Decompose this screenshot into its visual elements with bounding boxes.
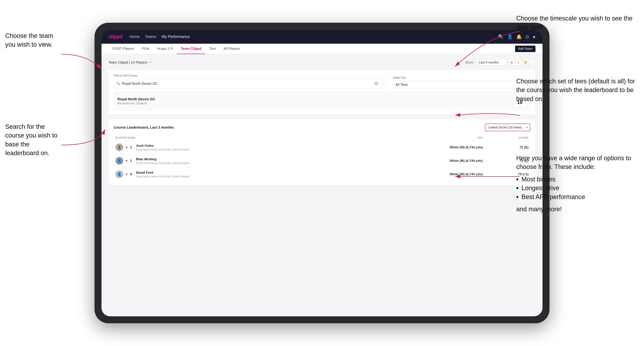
player-avatar: 👤 xyxy=(116,170,123,178)
sub-nav: PGAT Players PGA Hcaps 1-5 Team Clippd T… xyxy=(102,44,542,54)
course-info: Royal North Devon GC Westward Ho!, Engla… xyxy=(118,97,155,105)
nav-home[interactable]: Home xyxy=(129,34,140,39)
course-result: Royal North Devon GC Westward Ho!, Engla… xyxy=(114,92,530,110)
person-icon[interactable]: 👤 xyxy=(507,34,513,39)
course-location: Westward Ho!, England xyxy=(118,102,155,105)
show-label: Show: xyxy=(465,61,474,64)
table-row: 👤 ♥ 1 Josh Coles Royal North Devon Golf … xyxy=(114,141,530,154)
leaderboard-header: Course Leaderboard, Last 3 months Lowest… xyxy=(114,124,530,131)
player-name-cell: Josh Coles Royal North Devon Golf Club, … xyxy=(136,144,190,151)
heart-icon[interactable]: ♥ xyxy=(126,173,128,176)
player-rank: 1 xyxy=(130,159,134,163)
app-logo: clippd xyxy=(108,34,122,39)
settings-icon[interactable]: ⊙ xyxy=(525,34,529,39)
player-score: 72 (E) xyxy=(484,141,530,154)
bell-icon[interactable]: 🔔 xyxy=(516,34,522,39)
account-icon[interactable]: ● xyxy=(533,34,536,39)
annotation-tees: Choose which set of tees (default is all… xyxy=(516,77,635,103)
player-tee: White (M) (6,744 yds) xyxy=(366,141,484,154)
player-name-cell: Blair McHarg Royal North Devon Golf Club… xyxy=(136,157,190,165)
col-tee: TEE xyxy=(366,135,484,141)
table-row: 👤 ♥ 1 Blair McHarg Royal North Devon Gol… xyxy=(114,154,530,168)
player-name: Josh Coles xyxy=(136,144,190,148)
heart-icon[interactable]: ♥ xyxy=(126,146,128,149)
search-section: Find a Golf Course 🔍 ✕ ☆ Select Tee Al xyxy=(108,70,536,115)
download-button[interactable]: ↓ xyxy=(530,59,536,65)
annotation-team: Choose the team you wish to view. xyxy=(5,31,61,49)
course-search-input-wrapper: 🔍 ✕ ☆ xyxy=(114,79,388,88)
nav-my-performance[interactable]: My Performance xyxy=(162,34,190,39)
col-player: PLAYER NAME xyxy=(114,135,366,141)
bullet-drive: Longest drive xyxy=(522,184,635,192)
course-search-input[interactable] xyxy=(122,82,372,86)
bullet-app: Best APP performance xyxy=(522,192,635,201)
edit-team-icon[interactable]: ✏ xyxy=(150,60,152,64)
favorite-button[interactable]: ☆ xyxy=(380,81,386,86)
course-name: Royal North Devon GC xyxy=(118,97,155,101)
bullet-birdies: Most birdies xyxy=(522,175,635,184)
team-header: Team Clippd | 14 Players ✏ Show: Last 3 … xyxy=(108,59,536,65)
subnav-pgat[interactable]: PGAT Players xyxy=(108,44,138,54)
search-row: Find a Golf Course 🔍 ✕ ☆ Select Tee Al xyxy=(114,74,530,88)
ann5-footer: and many more! xyxy=(516,205,562,213)
score-type-wrapper: Lowest Score (18 holes) Most Birdies Lon… xyxy=(485,124,530,131)
course-search-group: Find a Golf Course 🔍 ✕ ☆ xyxy=(114,74,388,88)
heart-icon[interactable]: ♥ xyxy=(126,159,128,163)
subnav-all-players[interactable]: All Players xyxy=(220,44,244,54)
view-icons: ⊞ ≡ 🏆 ↓ xyxy=(508,59,536,65)
nav-icons: 🔍 👤 🔔 ⊙ ● xyxy=(498,34,536,39)
subnav-team-clippd[interactable]: Team Clippd xyxy=(177,44,205,54)
search-icon[interactable]: 🔍 xyxy=(498,34,504,39)
leaderboard-title: Course Leaderboard, Last 3 months xyxy=(114,126,174,130)
player-tee: White (M) (6,744 yds) xyxy=(366,168,484,181)
annotation-options: Here you have a wide range of options to… xyxy=(516,154,635,213)
team-name: Team Clippd | 14 Players xyxy=(108,60,147,64)
tee-select-group: Select Tee All Tees White Yellow Red xyxy=(393,76,530,88)
subnav-pga[interactable]: PGA xyxy=(138,44,153,54)
add-team-button[interactable]: Add Team xyxy=(515,46,536,52)
tablet-screen: clippd Home Teams My Performance 🔍 👤 🔔 ⊙… xyxy=(102,30,542,316)
player-avatar: 👤 xyxy=(116,144,123,151)
subnav-tour[interactable]: Tour xyxy=(205,44,220,54)
player-tee: White (M) (6,744 yds) xyxy=(366,154,484,168)
tee-select-wrapper: All Tees White Yellow Red xyxy=(393,81,530,88)
tablet-frame: clippd Home Teams My Performance 🔍 👤 🔔 ⊙… xyxy=(94,23,550,323)
search-icon-inner: 🔍 xyxy=(116,82,120,85)
leaderboard-section: Course Leaderboard, Last 3 months Lowest… xyxy=(108,119,536,185)
player-name-cell: David Ford Royal North Devon Golf Club, … xyxy=(136,171,190,178)
nav-bar: clippd Home Teams My Performance 🔍 👤 🔔 ⊙… xyxy=(102,30,542,44)
player-avatar: 👤 xyxy=(116,157,123,165)
tee-select[interactable]: All Tees White Yellow Red xyxy=(393,81,530,88)
clear-search-button[interactable]: ✕ xyxy=(374,82,378,85)
player-club: Royal North Devon Golf Club, United King… xyxy=(136,175,190,178)
leaderboard-table: PLAYER NAME TEE SCORE 👤 ♥ 1 Josh Coles R… xyxy=(114,135,530,181)
team-controls: Show: Last 3 months Last 6 months Last 1… xyxy=(465,59,536,65)
col-score: SCORE xyxy=(484,135,530,141)
player-rank: 3 xyxy=(130,172,134,176)
player-name: Blair McHarg xyxy=(136,157,190,161)
annotation-timescale: Choose the timescale you wish to see the… xyxy=(516,14,635,32)
team-title-group: Team Clippd | 14 Players ✏ xyxy=(108,60,152,64)
show-period-select[interactable]: Last 3 months Last 6 months Last 12 mont… xyxy=(476,59,506,65)
find-course-label: Find a Golf Course xyxy=(114,74,388,77)
table-row: 👤 ♥ 3 David Ford Royal North Devon Golf … xyxy=(114,168,530,181)
player-club: Royal North Devon Golf Club, United King… xyxy=(136,148,190,151)
nav-links: Home Teams My Performance xyxy=(129,34,491,39)
list-view-button[interactable]: ≡ xyxy=(516,59,522,65)
player-club: Royal North Devon Golf Club, United King… xyxy=(136,162,190,165)
tee-label: Select Tee xyxy=(393,76,530,79)
nav-teams[interactable]: Teams xyxy=(145,34,156,39)
score-type-select[interactable]: Lowest Score (18 holes) Most Birdies Lon… xyxy=(485,124,530,131)
grid-view-button[interactable]: ⊞ xyxy=(508,59,514,65)
subnav-hcaps[interactable]: Hcaps 1-5 xyxy=(153,44,177,54)
player-rank: 1 xyxy=(130,145,134,149)
annotation-course: Search for the course you wish to base t… xyxy=(5,122,61,158)
player-name: David Ford xyxy=(136,171,190,174)
trophy-view-button[interactable]: 🏆 xyxy=(522,59,528,65)
main-content: Team Clippd | 14 Players ✏ Show: Last 3 … xyxy=(102,54,542,316)
